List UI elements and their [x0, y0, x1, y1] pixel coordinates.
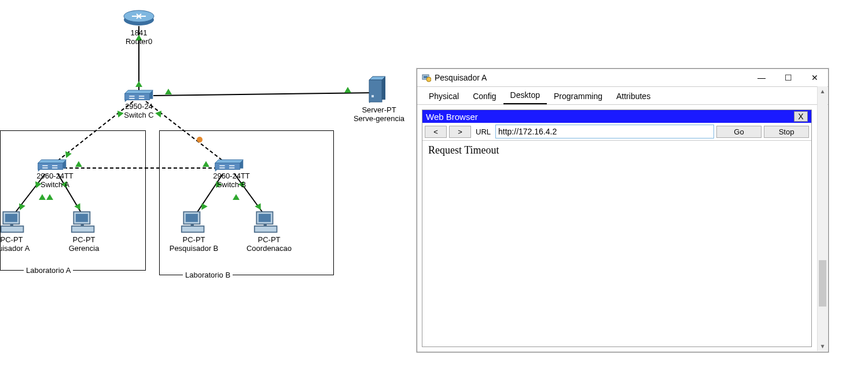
device-name-label: Pesquisador B	[165, 244, 223, 253]
device-pc-pesquisador-b[interactable]	[181, 210, 206, 237]
browser-stop-button[interactable]: Stop	[764, 126, 809, 138]
url-input[interactable]	[495, 125, 714, 138]
tab-attributes[interactable]: Attributes	[609, 88, 657, 104]
browser-titlebar[interactable]: Web Browser X	[422, 110, 811, 123]
device-pc-coordenacao[interactable]	[253, 210, 279, 237]
pc-icon	[71, 210, 96, 235]
tab-config[interactable]: Config	[466, 88, 503, 104]
device-model-label: 2960-24TT	[203, 172, 260, 180]
device-model-label: PC-PT	[174, 235, 214, 244]
browser-title-label: Web Browser	[426, 112, 478, 122]
group-label: Laboratorio B	[183, 271, 233, 279]
browser-content: Request Timeout	[422, 141, 811, 160]
scroll-thumb[interactable]	[819, 260, 826, 307]
pc-icon	[253, 210, 279, 235]
browser-toolbar: < > URL Go Stop	[422, 123, 811, 141]
device-name-label: Switch C	[119, 111, 159, 119]
device-model-label: 2950-24	[119, 102, 159, 111]
url-label: URL	[473, 127, 493, 136]
browser-close-button[interactable]: X	[794, 111, 808, 122]
router-icon	[122, 5, 156, 28]
group-laboratorio-b[interactable]: Laboratorio B	[159, 130, 334, 275]
device-pc-pesquisador-a[interactable]	[0, 210, 25, 237]
pc-config-window[interactable]: Pesquisador A — ☐ ✕ Physical Config Desk…	[417, 68, 829, 352]
device-name-label: Switch B	[203, 180, 260, 189]
pc-icon	[181, 210, 206, 235]
link-status-icon	[135, 81, 142, 87]
web-browser-panel: Web Browser X < > URL Go Stop Request Ti…	[422, 110, 812, 347]
group-label: Laboratorio A	[24, 266, 73, 275]
tab-bar: Physical Config Desktop Programming Attr…	[417, 87, 828, 105]
pc-icon	[0, 210, 25, 235]
device-name-label: Router0	[122, 37, 156, 46]
tab-programming[interactable]: Programming	[547, 88, 609, 104]
device-server[interactable]	[368, 75, 388, 106]
scroll-up-icon[interactable]: ▲	[818, 86, 827, 96]
device-name-label: quisador A	[0, 244, 41, 253]
window-scrollbar[interactable]: ▲ ▼	[817, 86, 827, 351]
maximize-button[interactable]: ☐	[775, 69, 801, 86]
device-name-label: Gerencia	[61, 244, 107, 253]
device-pc-gerencia[interactable]	[71, 210, 96, 237]
link-status-icon	[165, 89, 172, 94]
minimize-button[interactable]: —	[748, 69, 775, 86]
device-name-label: Switch A	[26, 180, 84, 189]
device-model-label: PC-PT	[249, 235, 289, 244]
device-name-label: Coordenacao	[240, 244, 298, 253]
server-icon	[368, 75, 388, 104]
device-model-label: PC-PT	[0, 235, 29, 244]
device-model-label: Server-PT	[353, 105, 405, 114]
window-titlebar[interactable]: Pesquisador A — ☐ ✕	[417, 69, 828, 87]
app-icon	[422, 73, 431, 82]
tab-physical[interactable]: Physical	[422, 88, 466, 104]
device-model-label: 2960-24TT	[26, 172, 84, 180]
device-model-label: 1841	[124, 28, 153, 37]
close-button[interactable]: ✕	[801, 69, 828, 86]
device-model-label: PC-PT	[67, 235, 101, 244]
scroll-down-icon[interactable]: ▼	[818, 341, 827, 351]
device-name-label: Serve-gerencia	[344, 114, 414, 123]
link-status-icon	[344, 87, 351, 93]
browser-back-button[interactable]: <	[425, 126, 447, 138]
svg-line-17	[153, 93, 376, 96]
tab-desktop[interactable]: Desktop	[503, 87, 547, 104]
browser-forward-button[interactable]: >	[449, 126, 471, 138]
window-title: Pesquisador A	[435, 73, 487, 82]
browser-go-button[interactable]: Go	[716, 126, 762, 138]
device-router0[interactable]	[122, 5, 156, 30]
